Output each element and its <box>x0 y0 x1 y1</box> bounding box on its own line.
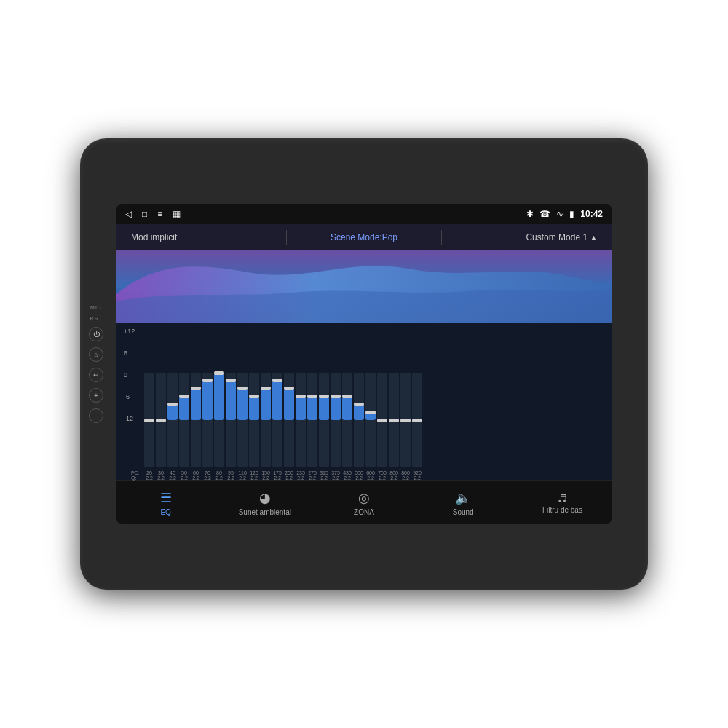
eq-label-6: 6 <box>124 349 135 357</box>
nav-eq[interactable]: ☰ EQ <box>116 490 215 516</box>
freq-fc-70: 70 <box>202 470 213 475</box>
eq-slider-110[interactable] <box>237 373 248 467</box>
zona-icon: ◎ <box>358 490 370 506</box>
android-nav: ◁ □ ≡ ▦ <box>125 209 181 219</box>
freq-fc-700: 700 <box>377 470 387 475</box>
freq-q-200: 2.2 <box>284 475 294 480</box>
wifi-icon: ∿ <box>556 209 563 219</box>
eq-slider-860[interactable] <box>400 373 411 467</box>
eq-slider-700[interactable] <box>377 373 387 467</box>
eq-sliders <box>124 328 604 469</box>
status-right: ✱ ☎ ∿ ▮ 10:42 <box>526 209 603 219</box>
freq-fc-20: 20 <box>144 470 154 475</box>
nav-sound-label: Sound <box>453 508 474 516</box>
scene-mode-label: Scene Mode:Pop <box>331 232 397 242</box>
custom-mode-label: Custom Mode 1 <box>526 232 587 242</box>
freq-q-80: 2.2 <box>214 475 224 480</box>
eq-slider-50[interactable] <box>179 373 189 467</box>
power-button[interactable]: ⏻ <box>89 327 103 341</box>
waveform-svg <box>116 250 612 323</box>
back-nav-icon[interactable]: ◁ <box>125 209 132 219</box>
vol-down-button[interactable]: − <box>89 408 103 423</box>
eq-y-labels: +12 6 0 -6 -12 <box>124 328 135 422</box>
home-nav-icon[interactable]: □ <box>142 209 147 219</box>
eq-slider-800[interactable] <box>389 373 399 467</box>
q-prefix: Q: <box>131 475 136 480</box>
eq-label-0: 0 <box>124 371 135 379</box>
eq-slider-315[interactable] <box>319 373 329 467</box>
nav-zona[interactable]: ◎ ZONA <box>314 490 413 516</box>
bottom-nav: ☰ EQ ◕ Sunet ambiental ◎ ZONA 🔈 Sound ♬̅… <box>116 480 612 524</box>
eq-slider-125[interactable] <box>249 373 259 467</box>
vol-up-button[interactable]: + <box>89 388 103 403</box>
eq-slider-20[interactable] <box>144 373 154 467</box>
eq-slider-200[interactable] <box>284 373 294 467</box>
eq-slider-95[interactable] <box>226 373 236 467</box>
eq-slider-275[interactable] <box>307 373 317 467</box>
freq-fc-275: 275 <box>307 470 317 475</box>
scene-mode[interactable]: Scene Mode:Pop <box>287 232 442 242</box>
freq-fc-95: 95 <box>226 470 236 475</box>
freq-q-70: 2.2 <box>202 475 213 480</box>
eq-slider-435[interactable] <box>342 373 352 467</box>
fc-prefix: FC: <box>131 470 139 475</box>
freq-fc-30: 30 <box>156 470 166 475</box>
nav-zona-label: ZONA <box>354 508 374 516</box>
freq-q-110: 2.2 <box>237 475 248 480</box>
freq-q-60: 2.2 <box>191 475 201 480</box>
eq-slider-70[interactable] <box>202 373 213 467</box>
freq-q-95: 2.2 <box>226 475 236 480</box>
eq-slider-175[interactable] <box>272 373 282 467</box>
eq-slider-375[interactable] <box>331 373 341 467</box>
menu-nav-icon[interactable]: ≡ <box>157 209 162 219</box>
freq-fc-800: 800 <box>389 470 399 475</box>
bass-icon: ♬̅ <box>558 492 567 504</box>
eq-slider-30[interactable] <box>156 373 166 467</box>
freq-q-500: 2.2 <box>354 475 364 480</box>
nav-bass-label: Filtru de bas <box>542 506 582 514</box>
freq-fc-235: 235 <box>296 470 306 475</box>
freq-q-30: 2.2 <box>156 475 166 480</box>
mod-implicit-label: Mod implicit <box>131 232 177 242</box>
freq-q-920: 2.2 <box>412 475 422 480</box>
status-bar: ◁ □ ≡ ▦ ✱ ☎ ∿ ▮ 10:42 <box>116 204 612 224</box>
nav-eq-label: EQ <box>160 508 170 516</box>
eq-slider-500[interactable] <box>354 373 364 467</box>
nav-sound[interactable]: 🔈 Sound <box>414 490 513 516</box>
back-button[interactable]: ↩ <box>89 368 103 382</box>
eq-freq-row: FC:2030405060708095110125150175200235275… <box>124 470 604 475</box>
freq-q-860: 2.2 <box>400 475 411 480</box>
sound-icon: 🔈 <box>455 490 471 506</box>
eq-slider-235[interactable] <box>296 373 306 467</box>
nav-bass[interactable]: ♬̅ Filtru de bas <box>513 492 612 514</box>
eq-area: +12 6 0 -6 -12 FC:2030405060708095110125… <box>116 323 612 480</box>
eq-q-row: Q:2.22.22.22.22.22.22.22.22.22.22.22.22.… <box>124 475 604 480</box>
freq-q-375: 2.2 <box>331 475 341 480</box>
freq-q-40: 2.2 <box>167 475 178 480</box>
freq-q-435: 2.2 <box>342 475 352 480</box>
mode-implicit[interactable]: Mod implicit <box>131 232 286 242</box>
custom-mode-arrow: ▲ <box>590 234 597 241</box>
eq-label-neg6: -6 <box>124 393 135 400</box>
freq-q-150: 2.2 <box>261 475 271 480</box>
screen: ◁ □ ≡ ▦ ✱ ☎ ∿ ▮ 10:42 Mod implicit Scene… <box>116 204 612 524</box>
home-button[interactable]: ⌂ <box>89 347 103 362</box>
eq-slider-600[interactable] <box>365 373 376 467</box>
eq-slider-60[interactable] <box>191 373 201 467</box>
freq-fc-40: 40 <box>167 470 178 475</box>
nav-ambient-label: Sunet ambiental <box>239 508 291 516</box>
eq-slider-920[interactable] <box>412 373 422 467</box>
freq-q-50: 2.2 <box>179 475 189 480</box>
eq-slider-40[interactable] <box>167 373 178 467</box>
recent-nav-icon[interactable]: ▦ <box>173 209 181 219</box>
freq-fc-200: 200 <box>284 470 294 475</box>
freq-fc-60: 60 <box>191 470 201 475</box>
custom-mode[interactable]: Custom Mode 1 ▲ <box>442 232 597 242</box>
eq-slider-150[interactable] <box>261 373 271 467</box>
nav-ambient[interactable]: ◕ Sunet ambiental <box>215 490 314 516</box>
rst-label: RST <box>90 316 103 321</box>
freq-q-235: 2.2 <box>296 475 306 480</box>
freq-fc-600: 600 <box>365 470 376 475</box>
eq-slider-80[interactable] <box>214 373 224 467</box>
freq-q-175: 2.2 <box>272 475 282 480</box>
